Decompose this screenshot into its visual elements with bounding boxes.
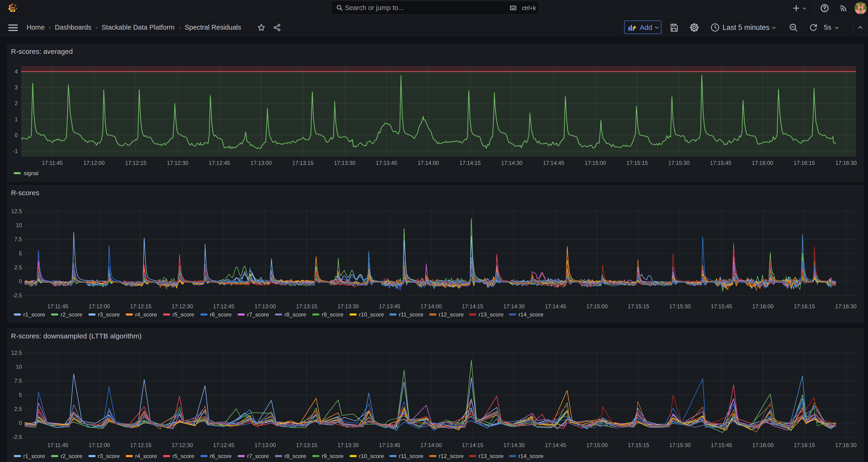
svg-text:r10_score: r10_score [359,311,384,318]
svg-text:r1_score: r1_score [23,311,45,318]
svg-text:17:14:30: 17:14:30 [503,442,525,448]
svg-text:4: 4 [15,68,18,74]
svg-text:7.5: 7.5 [14,378,22,384]
svg-text:1: 1 [15,116,18,122]
svg-text:signal: signal [24,170,38,176]
svg-text:-2.5: -2.5 [12,434,22,440]
svg-text:r13_score: r13_score [479,311,504,318]
svg-text:17:14:00: 17:14:00 [421,303,441,309]
svg-text:12.5: 12.5 [11,208,22,214]
svg-text:17:16:15: 17:16:15 [794,442,815,448]
svg-text:r3_score: r3_score [98,453,120,459]
svg-text:2.5: 2.5 [14,265,22,271]
svg-text:17:14:45: 17:14:45 [545,303,566,309]
svg-text:r8_score: r8_score [284,453,306,459]
svg-text:r2_score: r2_score [61,453,82,459]
svg-text:-2.5: -2.5 [12,292,22,299]
svg-text:r4_score: r4_score [135,453,157,459]
svg-text:2.5: 2.5 [14,406,22,412]
svg-text:r14_score: r14_score [519,453,544,459]
svg-text:17:13:45: 17:13:45 [376,160,397,166]
svg-text:r12_score: r12_score [439,453,464,459]
svg-text:17:15:30: 17:15:30 [668,160,689,166]
svg-text:r12_score: r12_score [439,311,464,318]
svg-text:r7_score: r7_score [247,453,269,459]
svg-text:17:12:15: 17:12:15 [130,303,151,309]
svg-text:17:16:30: 17:16:30 [835,303,856,309]
svg-text:r14_score: r14_score [519,311,544,318]
svg-text:17:13:45: 17:13:45 [379,442,400,448]
svg-text:r5_score: r5_score [173,311,194,318]
svg-text:r8_score: r8_score [284,311,306,318]
svg-text:5: 5 [19,392,22,398]
svg-text:17:15:15: 17:15:15 [628,303,649,309]
svg-text:17:14:45: 17:14:45 [543,160,564,166]
svg-text:17:12:45: 17:12:45 [213,442,234,448]
svg-text:17:13:30: 17:13:30 [338,303,359,309]
svg-text:17:14:00: 17:14:00 [421,442,441,448]
svg-text:17:11:45: 17:11:45 [47,442,68,448]
svg-text:r5_score: r5_score [173,453,194,459]
svg-text:17:16:30: 17:16:30 [835,442,856,448]
svg-text:17:15:45: 17:15:45 [711,303,732,309]
svg-text:10: 10 [16,222,22,228]
svg-text:17:15:00: 17:15:00 [586,442,608,448]
svg-text:17:13:30: 17:13:30 [338,442,359,448]
svg-text:17:16:30: 17:16:30 [835,160,857,166]
svg-text:0: 0 [19,420,22,426]
svg-text:r10_score: r10_score [359,453,384,459]
svg-text:17:12:30: 17:12:30 [172,303,193,309]
svg-text:17:12:30: 17:12:30 [172,442,193,448]
svg-text:17:16:00: 17:16:00 [752,303,774,309]
svg-text:17:11:45: 17:11:45 [42,160,63,166]
svg-text:17:14:00: 17:14:00 [417,160,439,166]
svg-text:17:16:00: 17:16:00 [752,160,773,166]
svg-text:r11_score: r11_score [399,453,424,459]
svg-text:0: 0 [15,132,18,138]
svg-text:2: 2 [15,100,18,106]
svg-text:17:12:00: 17:12:00 [89,442,110,448]
svg-text:17:14:45: 17:14:45 [545,442,566,448]
svg-text:17:15:00: 17:15:00 [586,303,608,309]
svg-text:17:16:15: 17:16:15 [794,160,815,166]
svg-text:r6_score: r6_score [210,453,231,459]
svg-text:r11_score: r11_score [399,311,424,318]
svg-text:17:13:15: 17:13:15 [296,303,317,309]
svg-text:17:12:15: 17:12:15 [125,160,147,166]
svg-text:17:12:45: 17:12:45 [213,303,234,309]
svg-text:3: 3 [15,85,18,91]
svg-text:17:14:15: 17:14:15 [462,442,483,448]
svg-text:12.5: 12.5 [11,350,22,356]
svg-text:17:13:30: 17:13:30 [334,160,355,166]
svg-text:r9_score: r9_score [322,311,343,318]
svg-text:17:15:30: 17:15:30 [669,303,690,309]
svg-text:10: 10 [16,364,22,370]
svg-text:17:16:00: 17:16:00 [752,442,774,448]
svg-text:17:14:15: 17:14:15 [462,303,483,309]
svg-text:17:11:45: 17:11:45 [47,303,68,309]
svg-text:17:15:45: 17:15:45 [711,442,732,448]
svg-text:r3_score: r3_score [98,311,120,318]
svg-text:17:14:15: 17:14:15 [459,160,480,166]
svg-text:-1: -1 [13,148,18,154]
svg-text:17:15:00: 17:15:00 [585,160,606,166]
svg-text:17:13:00: 17:13:00 [250,160,272,166]
svg-text:17:13:00: 17:13:00 [255,303,276,309]
svg-text:r4_score: r4_score [135,311,157,318]
svg-text:17:13:45: 17:13:45 [379,303,400,309]
svg-text:r13_score: r13_score [479,453,504,459]
svg-text:17:12:15: 17:12:15 [130,442,151,448]
svg-text:17:12:00: 17:12:00 [89,303,110,309]
svg-text:17:13:00: 17:13:00 [255,442,276,448]
svg-text:r7_score: r7_score [247,311,269,318]
svg-text:17:13:15: 17:13:15 [296,442,317,448]
svg-text:7.5: 7.5 [14,236,22,242]
svg-text:17:14:30: 17:14:30 [501,160,522,166]
svg-text:17:14:30: 17:14:30 [503,303,525,309]
svg-text:r1_score: r1_score [23,453,45,459]
svg-text:17:15:15: 17:15:15 [628,442,649,448]
svg-text:r9_score: r9_score [322,453,343,459]
svg-text:17:15:15: 17:15:15 [626,160,648,166]
svg-text:17:12:45: 17:12:45 [209,160,230,166]
svg-text:r2_score: r2_score [61,311,82,318]
